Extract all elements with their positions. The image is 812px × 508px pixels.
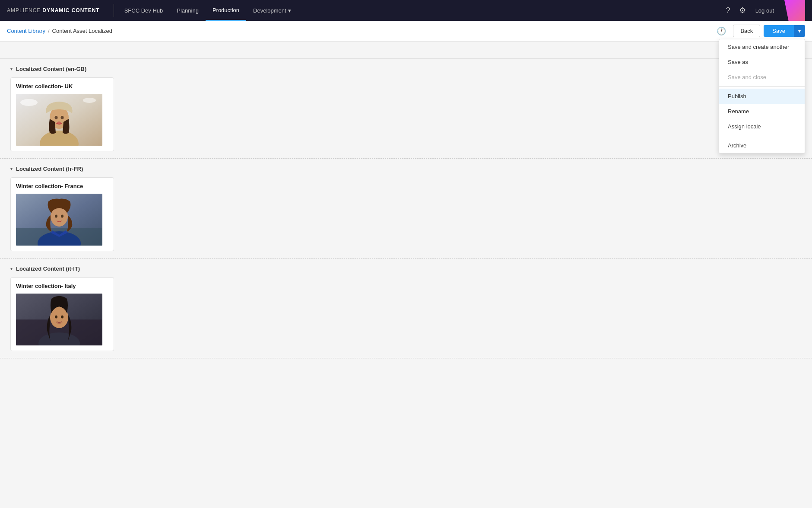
save-button[interactable]: Save [764, 25, 794, 37]
dropdown-item-archive[interactable]: Archive [719, 138, 805, 153]
dropdown-divider-2 [719, 136, 805, 136]
section-header-fr-fr[interactable]: Localized Content (fr-FR) [10, 166, 802, 172]
section-title-it-it: Localized Content (it-IT) [16, 265, 80, 272]
card-image-france [16, 194, 102, 246]
section-title-en-gb: Localized Content (en-GB) [16, 66, 86, 72]
nav-item-planning[interactable]: Planning [170, 0, 206, 21]
dropdown-item-save-as[interactable]: Save as [719, 54, 805, 70]
breadcrumb-current: Content Asset Localized [52, 28, 112, 34]
svg-point-1 [20, 99, 38, 106]
nav-item-development[interactable]: Development ▾ [246, 0, 298, 21]
top-navigation: AMPLIENCE DYNAMIC CONTENT SFCC Dev Hub P… [0, 0, 812, 21]
brand-amplience: AMPLIENCE [7, 7, 41, 13]
svg-point-12 [55, 215, 57, 218]
dropdown-item-assign-locale[interactable]: Assign locale [719, 119, 805, 134]
dropdown-item-publish[interactable]: Publish [719, 89, 805, 104]
back-button[interactable]: Back [733, 25, 760, 37]
chevron-fr-fr [10, 166, 13, 171]
nav-development-caret: ▾ [288, 7, 291, 14]
help-icon[interactable]: ? [723, 3, 733, 18]
svg-point-18 [55, 316, 57, 319]
card-image-france-svg [16, 194, 102, 246]
filter-bar: Filter loca [0, 42, 812, 59]
breadcrumb-root[interactable]: Content Library [7, 28, 45, 34]
chevron-it-it [10, 266, 13, 271]
save-group: Save ▾ [764, 25, 805, 37]
section-header-it-it[interactable]: Localized Content (it-IT) [10, 265, 802, 272]
breadcrumb-actions: 🕐 Back Save ▾ [713, 25, 805, 38]
brand-dynamic: DYNAMIC CONTENT [42, 7, 99, 13]
logout-button[interactable]: Log out [752, 7, 777, 14]
content-card-italy[interactable]: Winter collection- Italy [10, 277, 114, 351]
nav-right-actions: ? ⚙ Log out [723, 0, 812, 21]
settings-icon[interactable]: ⚙ [736, 3, 749, 18]
nav-divider [114, 4, 114, 17]
nav-item-sfcc[interactable]: SFCC Dev Hub [117, 0, 170, 21]
card-image-italy-svg [16, 294, 102, 345]
nav-development-label: Development [253, 7, 286, 14]
section-en-gb: Localized Content (en-GB) Winter collect… [0, 59, 812, 159]
svg-point-6 [61, 116, 64, 119]
svg-point-7 [57, 121, 61, 124]
svg-point-2 [83, 98, 96, 103]
svg-point-5 [55, 116, 58, 119]
breadcrumb-bar: Content Library / Content Asset Localize… [0, 21, 812, 42]
dropdown-item-rename[interactable]: Rename [719, 104, 805, 119]
dropdown-item-save-close: Save and close [719, 70, 805, 85]
save-dropdown-menu: Save and create another Save as Save and… [719, 39, 805, 153]
accent-bar [784, 0, 805, 21]
card-title-france: Winter collection- France [16, 183, 108, 189]
section-header-en-gb[interactable]: Localized Content (en-GB) [10, 66, 802, 72]
nav-item-production[interactable]: Production [206, 0, 246, 21]
svg-point-19 [61, 316, 63, 319]
section-title-fr-fr: Localized Content (fr-FR) [16, 166, 83, 172]
section-fr-fr: Localized Content (fr-FR) Winter collect… [0, 159, 812, 259]
card-title-italy: Winter collection- Italy [16, 283, 108, 289]
svg-point-13 [61, 215, 63, 218]
brand-logo: AMPLIENCE DYNAMIC CONTENT [7, 7, 100, 13]
section-it-it: Localized Content (it-IT) Winter collect… [0, 259, 812, 358]
history-button[interactable]: 🕐 [713, 25, 730, 38]
breadcrumb: Content Library / Content Asset Localize… [7, 28, 713, 34]
dropdown-divider-1 [719, 86, 805, 87]
content-card-france[interactable]: Winter collection- France [10, 177, 114, 251]
card-image-uk [16, 94, 102, 146]
card-title-uk: Winter collection- UK [16, 83, 108, 89]
card-image-italy [16, 294, 102, 345]
content-card-uk[interactable]: Winter collection- UK [10, 77, 114, 151]
card-image-uk-svg [16, 94, 102, 146]
breadcrumb-separator: / [48, 28, 50, 34]
main-content: Filter loca Localized Content (en-GB) Wi… [0, 42, 812, 508]
page-wrapper: Filter loca Localized Content (en-GB) Wi… [0, 42, 812, 508]
chevron-en-gb [10, 67, 13, 71]
dropdown-item-save-create-another[interactable]: Save and create another [719, 39, 805, 54]
save-dropdown-button[interactable]: ▾ [794, 25, 805, 37]
